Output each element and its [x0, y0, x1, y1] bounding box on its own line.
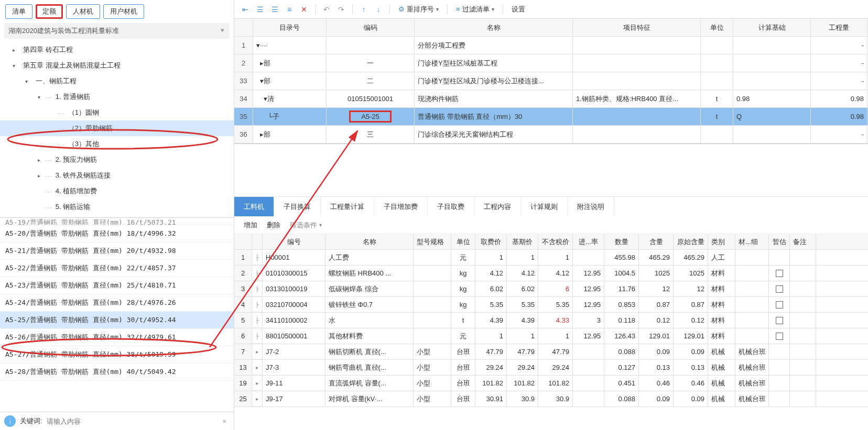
item-row[interactable]: A5-21/普通钢筋 带肋钢筋 直径(mm) 20/t/4932.98 — [0, 242, 234, 260]
detail-tab[interactable]: 子目换算 — [274, 197, 321, 216]
tree-node[interactable]: ▸第四章 砖石工程 — [0, 42, 234, 58]
item-row[interactable]: A5-20/普通钢筋 带肋钢筋 直径(mm) 18/t/4996.32 — [0, 225, 234, 242]
detail-tab[interactable]: 子目增加费 — [374, 197, 428, 216]
delete-button[interactable]: 删除 — [267, 220, 280, 230]
clear-icon[interactable]: × — [219, 417, 230, 425]
indent-left-icon[interactable]: ⇤ — [240, 4, 251, 15]
redo-icon[interactable]: ↷ — [335, 4, 347, 15]
dcol-spec[interactable]: 型号规格 — [414, 234, 451, 249]
main-grid: 目录号 编码 名称 项目特征 单位 计算基础 工程量 1 ▾···· 分部分项工… — [234, 19, 868, 144]
main-grid-row[interactable]: 2 ▸部 一 门诊楼Y型柱区域桩基工程 - — [234, 54, 868, 72]
filter-condition-dropdown[interactable]: 筛选条件▾ — [290, 220, 322, 230]
filter-dropdown[interactable]: ≡过滤清单▾ — [453, 5, 497, 14]
right-toolbar: ⇤ ☰ ☰ ≡ ✕ ↶ ↷ ↑ ↓ ⚙重排序号▾ ≡过滤清单▾ 设置 — [234, 0, 868, 19]
tree-node[interactable]: ▸···2. 预应力钢筋 — [0, 152, 234, 168]
dcol-oamt[interactable]: 原始含量 — [674, 234, 708, 249]
col-name[interactable]: 名称 — [415, 19, 573, 36]
item-row[interactable]: A5-26/普通钢筋 带肋钢筋 直径(mm) 32/t/4979.61 — [0, 329, 234, 346]
outdent-icon[interactable]: ☰ — [254, 4, 266, 15]
tree-node[interactable]: ▾···1. 普通钢筋 — [0, 89, 234, 105]
detail-row[interactable]: 2 ├ 01010300015 螺纹钢筋 HRB400 ... kg 4.12 … — [234, 266, 868, 281]
dcol-base[interactable]: 基期价 — [507, 234, 538, 249]
standard-dropdown[interactable]: 湖南2020建筑与装饰工程消耗量标准 — [4, 23, 230, 39]
detail-row[interactable]: 4 ├ 03210700004 镀锌铁丝 Φ0.7 kg 5.35 5.35 5… — [234, 297, 868, 313]
down-arrow-icon[interactable]: ↓ — [4, 415, 16, 427]
keyword-input[interactable] — [47, 417, 215, 425]
detail-row[interactable]: 13 ▸ J7-3 钢筋弯曲机 直径(... 小型 台班 29.24 29.24… — [234, 360, 868, 376]
detail-row[interactable]: 19 ▸ J9-11 直流弧焊机 容量(... 小型 台班 101.82 101… — [234, 376, 868, 391]
tree-node[interactable]: ···5. 钢筋运输 — [0, 199, 234, 215]
indent-icon[interactable]: ☰ — [269, 4, 280, 15]
main-grid-row[interactable]: 34 ▾清 010515001001 现浇构件钢筋 1.钢筋种类、规格:HRB4… — [234, 90, 868, 108]
item-row[interactable]: A5-27/普通钢筋 带肋钢筋 直径(mm) 38/t/5019.59 — [0, 346, 234, 363]
col-unit[interactable]: 单位 — [701, 19, 733, 36]
add-button[interactable]: 增加 — [244, 220, 257, 230]
dcol-fee[interactable]: 取费价 — [475, 234, 507, 249]
detail-row[interactable]: 1 ├ H00001 人工费 元 1 1 1 455.98 465.29 465… — [234, 250, 868, 266]
item-row[interactable]: A5-23/普通钢筋 带肋钢筋 直径(mm) 25/t/4810.71 — [0, 277, 234, 294]
dcol-notax[interactable]: 不含税价 — [538, 234, 573, 249]
detail-tab[interactable]: 工程内容 — [474, 197, 521, 216]
reorder-dropdown[interactable]: ⚙重排序号▾ — [395, 5, 442, 14]
col-feature[interactable]: 项目特征 — [573, 19, 701, 36]
dcol-qty[interactable]: 数量 — [604, 234, 639, 249]
dcol-name[interactable]: 名称 — [326, 234, 414, 249]
main-grid-row[interactable]: 1 ▾···· 分部分项工程费 - — [234, 37, 868, 54]
dcol-code[interactable]: 编号 — [263, 234, 326, 249]
dcol-cat[interactable]: 类别 — [708, 234, 735, 249]
detail-row[interactable]: 25 ▸ J9-17 对焊机 容量(kV·... 小型 台班 30.91 30.… — [234, 391, 868, 407]
dcol-est[interactable]: 暂估 — [769, 234, 790, 249]
item-row[interactable]: A5-22/普通钢筋 带肋钢筋 直径(mm) 22/t/4857.37 — [0, 260, 234, 277]
tab-list[interactable]: 清单 — [5, 4, 32, 19]
main-grid-row[interactable]: 35 └子 A5-25 普通钢筋 带肋钢筋 直径（mm）30 t Q 0.98 — [234, 108, 868, 126]
detail-tab[interactable]: 工料机 — [234, 197, 274, 216]
detail-grid: 编号 名称 型号规格 单位 取费价 基期价 不含税价 进...率 数量 含量 原… — [234, 234, 868, 430]
move-up-icon[interactable]: ↑ — [358, 4, 370, 15]
tree-node[interactable]: ▸···3. 铁件及钢筋连接 — [0, 168, 234, 183]
dcol-det[interactable]: 材...细 — [735, 234, 769, 249]
detail-tab[interactable]: 计算规则 — [521, 197, 568, 216]
move-down-icon[interactable]: ↓ — [373, 4, 384, 15]
tree-node[interactable]: ···（1）圆钢 — [0, 105, 234, 120]
detail-row[interactable]: 6 ├ 88010500001 其他材料费 元 1 1 1 12.95 126.… — [234, 328, 868, 344]
item-row[interactable]: A5-28/普通钢筋 带肋钢筋 直径(mm) 40/t/5049.42 — [0, 363, 234, 381]
list-icon[interactable]: ≡ — [284, 4, 295, 15]
tree-node[interactable]: ···（2）带肋钢筋 — [0, 120, 234, 136]
item-row[interactable]: A5-25/普通钢筋 带肋钢筋 直径(mm) 30/t/4952.44 — [0, 312, 234, 329]
col-dir[interactable]: 目录号 — [253, 19, 327, 36]
col-basis[interactable]: 计算基础 — [733, 19, 811, 36]
delete-icon[interactable]: ✕ — [298, 4, 310, 15]
checkbox[interactable] — [776, 285, 783, 293]
main-grid-row[interactable]: 33 ▾部 二 门诊楼Y型柱区域及门诊楼与公卫楼连接... - — [234, 72, 868, 90]
detail-tab[interactable]: 附注说明 — [568, 197, 614, 216]
tab-material[interactable]: 人材机 — [66, 4, 100, 19]
item-row[interactable]: A5-19/普通钢筋 带肋钢筋 直径(mm) 16/t/5073.21 — [0, 218, 234, 225]
tree-node[interactable]: ▾第五章 混凝土及钢筋混凝土工程 — [0, 58, 234, 73]
tree-node[interactable]: ▾一、钢筋工程 — [0, 73, 234, 89]
tree-node[interactable]: ···（3）其他 — [0, 136, 234, 152]
tab-user-material[interactable]: 用户材机 — [103, 4, 144, 19]
tree-node[interactable]: ···4. 植筋增加费 — [0, 183, 234, 199]
detail-row[interactable]: 5 ├ 34110100002 水 t 4.39 4.39 4.33 3 0.1… — [234, 313, 868, 328]
detail-tab[interactable]: 工程量计算 — [321, 197, 374, 216]
checkbox[interactable] — [776, 301, 783, 308]
dcol-amt[interactable]: 含量 — [639, 234, 674, 249]
dcol-rate[interactable]: 进...率 — [573, 234, 604, 249]
col-qty[interactable]: 工程量 — [811, 19, 867, 36]
item-row[interactable]: A5-24/普通钢筋 带肋钢筋 直径(mm) 28/t/4976.26 — [0, 294, 234, 312]
dcol-remark[interactable]: 备注 — [790, 234, 816, 249]
checkbox[interactable] — [776, 270, 783, 277]
detail-row[interactable]: 3 ├ 03130100019 低碳钢焊条 综合 kg 6.02 6.02 6 … — [234, 281, 868, 297]
col-rownum — [234, 19, 253, 36]
dcol-unit[interactable]: 单位 — [451, 234, 475, 249]
detail-row[interactable]: 7 ▸ J7-2 钢筋切断机 直径(... 小型 台班 47.79 47.79 … — [234, 344, 868, 360]
main-grid-row[interactable]: 36 ▸部 三 门诊综合楼采光天窗钢结构工程 - — [234, 126, 868, 144]
detail-tabs: 工料机子目换算工程量计算子目增加费子目取费工程内容计算规则附注说明 — [234, 196, 868, 216]
checkbox[interactable] — [776, 333, 783, 340]
settings-link[interactable]: 设置 — [508, 5, 528, 14]
col-code[interactable]: 编码 — [327, 19, 415, 36]
tab-quota[interactable]: 定额 — [36, 4, 63, 19]
undo-icon[interactable]: ↶ — [321, 4, 332, 15]
detail-tab[interactable]: 子目取费 — [428, 197, 474, 216]
checkbox[interactable] — [776, 317, 783, 324]
